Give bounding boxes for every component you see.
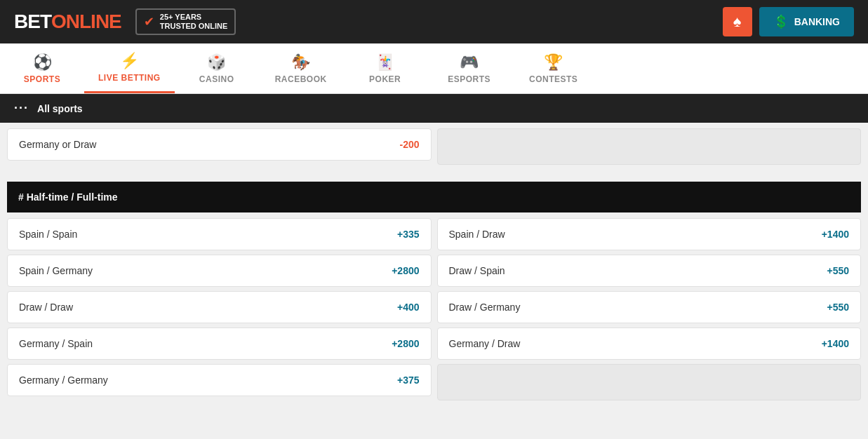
halftime-header: # Half-time / Full-time xyxy=(7,182,861,212)
nav-item-contests[interactable]: 🏆 CONTESTS xyxy=(512,45,596,93)
contests-icon: 🏆 xyxy=(544,53,563,72)
bet-row-germany-draw[interactable]: Germany or Draw -200 xyxy=(7,128,432,161)
bet-odds-germany-draw: -200 xyxy=(399,139,419,150)
empty-placeholder-4 xyxy=(437,364,862,400)
nav-label-esports: ESPORTS xyxy=(448,74,490,84)
nav-item-poker[interactable]: 🃏 POKER xyxy=(343,45,427,93)
bet-label: Draw / Draw xyxy=(19,302,73,313)
logo-bet: BET xyxy=(14,11,51,33)
bet-odds: +375 xyxy=(397,374,420,386)
bet-label: Germany / Draw xyxy=(449,338,521,349)
nav-label-casino: CASINO xyxy=(199,74,234,84)
bet-row-right-1[interactable]: Draw / Spain+550 xyxy=(437,255,862,287)
racebook-icon: 🏇 xyxy=(291,53,310,72)
logo-online: ONLINE xyxy=(51,11,121,33)
nav-label-poker: POKER xyxy=(369,74,401,84)
prev-left-col: Germany or Draw -200 xyxy=(7,128,432,169)
bet-row-left-0[interactable]: Spain / Spain+335 xyxy=(7,218,432,250)
nav-label-live-betting: LIVE BETTING xyxy=(98,73,161,83)
halftime-left-col: Spain / Spain+335Spain / Germany+2800Dra… xyxy=(7,218,432,405)
header-left: BETONLINE ✔ 25+ YEARS TRUSTED ONLINE xyxy=(14,8,236,35)
bet-label: Spain / Draw xyxy=(449,229,505,240)
halftime-right-col: Spain / Draw+1400Draw / Spain+550Draw / … xyxy=(437,218,862,405)
header: BETONLINE ✔ 25+ YEARS TRUSTED ONLINE ♠ 💲… xyxy=(0,0,868,43)
bet-odds: +2800 xyxy=(392,265,419,276)
bet-odds: +550 xyxy=(827,302,849,313)
trusted-text: 25+ YEARS TRUSTED ONLINE xyxy=(160,13,228,31)
bet-row-left-1[interactable]: Spain / Germany+2800 xyxy=(7,255,432,287)
bet-label-germany-draw: Germany or Draw xyxy=(19,139,96,150)
halftime-bets-container: Spain / Spain+335Spain / Germany+2800Dra… xyxy=(7,218,861,405)
bet-row-right-0[interactable]: Spain / Draw+1400 xyxy=(437,218,862,250)
nav-item-racebook[interactable]: 🏇 RACEBOOK xyxy=(259,45,343,93)
prev-right-col xyxy=(437,128,862,169)
bet-odds: +550 xyxy=(827,265,849,276)
live-betting-icon: ⚡ xyxy=(120,52,139,70)
bet-odds: +1400 xyxy=(822,338,849,349)
banking-label: BANKING xyxy=(794,16,840,27)
nav-label-contests: CONTESTS xyxy=(529,74,577,84)
bet-odds: +2800 xyxy=(392,338,419,349)
header-right: ♠ 💲 BANKING xyxy=(723,7,854,36)
bet-label: Spain / Spain xyxy=(19,229,77,240)
banking-button[interactable]: 💲 BANKING xyxy=(759,7,854,36)
logo: BETONLINE xyxy=(14,11,121,33)
nav-item-casino[interactable]: 🎲 CASINO xyxy=(175,45,259,93)
bet-label: Spain / Germany xyxy=(19,265,93,276)
bet-row-left-2[interactable]: Draw / Draw+400 xyxy=(7,291,432,323)
spade-button[interactable]: ♠ xyxy=(723,7,752,36)
bet-row-right-3[interactable]: Germany / Draw+1400 xyxy=(437,327,862,360)
main-nav: ⚽ SPORTS ⚡ LIVE BETTING 🎲 CASINO 🏇 RACEB… xyxy=(0,43,868,94)
casino-icon: 🎲 xyxy=(207,53,226,72)
bet-label: Draw / Germany xyxy=(449,302,521,313)
prev-section: Germany or Draw -200 xyxy=(0,123,868,175)
empty-placeholder-top xyxy=(437,128,862,165)
nav-item-live-betting[interactable]: ⚡ LIVE BETTING xyxy=(84,43,175,93)
nav-item-sports[interactable]: ⚽ SPORTS xyxy=(0,45,84,93)
bet-label: Germany / Spain xyxy=(19,338,93,349)
nav-label-racebook: RACEBOOK xyxy=(275,74,327,84)
esports-icon: 🎮 xyxy=(460,53,479,72)
nav-item-esports[interactable]: 🎮 ESPORTS xyxy=(427,45,512,93)
poker-icon: 🃏 xyxy=(375,53,394,72)
bet-odds: +1400 xyxy=(822,229,849,240)
bet-row-left-3[interactable]: Germany / Spain+2800 xyxy=(7,327,432,360)
all-sports-bar[interactable]: ··· All sports xyxy=(0,94,868,123)
sports-icon: ⚽ xyxy=(33,53,52,72)
bet-odds: +400 xyxy=(397,302,420,313)
bet-label: Germany / Germany xyxy=(19,374,108,386)
all-sports-label: All sports xyxy=(37,103,83,114)
banking-icon: 💲 xyxy=(773,14,789,29)
trusted-badge: ✔ 25+ YEARS TRUSTED ONLINE xyxy=(135,8,236,35)
halftime-section: # Half-time / Full-time Spain / Spain+33… xyxy=(0,182,868,412)
prev-row-container: Germany or Draw -200 xyxy=(7,128,861,169)
bet-row-left-4[interactable]: Germany / Germany+375 xyxy=(7,364,432,396)
bet-row-right-2[interactable]: Draw / Germany+550 xyxy=(437,291,862,323)
bet-odds: +335 xyxy=(397,229,420,240)
dots-icon: ··· xyxy=(14,101,29,116)
shield-icon: ✔ xyxy=(144,14,154,29)
main-content: Germany or Draw -200 # Half-time / Full-… xyxy=(0,123,868,412)
nav-label-sports: SPORTS xyxy=(24,74,60,84)
bet-label: Draw / Spain xyxy=(449,265,505,276)
